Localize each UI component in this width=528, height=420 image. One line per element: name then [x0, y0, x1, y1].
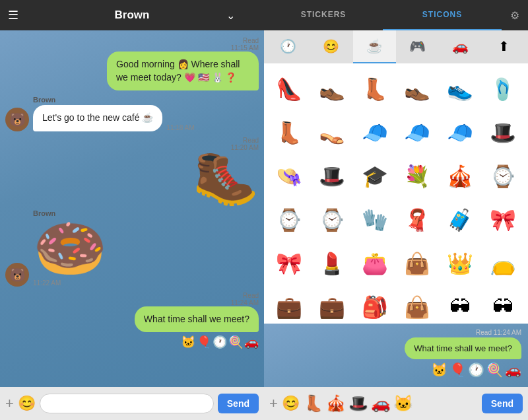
list-item[interactable]: 👛: [354, 243, 395, 284]
sticker-panel: STICKERS STICONS ⚙ 🕐 😊 ☕ 🎮 🚗 ⬆ 👠 👞 👢 👞 👟…: [264, 0, 528, 420]
chat-panel: ☰ Brown ⌄ Read 11:15 AM Good morning 👩 W…: [0, 0, 264, 420]
message-bubble: Good morning 👩 Where shall we meet today…: [107, 52, 259, 90]
settings-icon[interactable]: ⚙: [502, 0, 528, 30]
preview-read-time: Read 11:24 AM: [405, 329, 521, 336]
list-item[interactable]: 🧣: [397, 199, 438, 240]
add-icon-right[interactable]: +: [269, 395, 278, 412]
emoji-icon[interactable]: 😊: [18, 395, 36, 412]
list-item[interactable]: 🕶: [440, 287, 480, 324]
table-row: Read 11:20 AM 🥾: [5, 137, 259, 204]
list-item[interactable]: 👜: [397, 243, 438, 284]
list-item[interactable]: 🎩: [312, 156, 352, 197]
list-item[interactable]: 🎒: [354, 287, 395, 324]
send-button-right[interactable]: Send: [482, 394, 523, 413]
list-item[interactable]: 👜: [397, 287, 438, 324]
msg-right: Read 11:24 AM What time shall we meet? 🐱…: [135, 292, 259, 350]
menu-icon[interactable]: ☰: [8, 8, 18, 22]
list-item[interactable]: 🧳: [440, 199, 480, 240]
sender-name: Brown: [33, 96, 55, 104]
time-label: 11:15 AM: [231, 44, 259, 52]
quick-sticker-car[interactable]: 🚗: [371, 394, 391, 413]
list-item[interactable]: 🎓: [354, 156, 395, 197]
list-item[interactable]: 👟: [440, 69, 480, 110]
preview-sticker-cat: 🐱: [431, 362, 447, 378]
preview-bubble: What time shall we meet?: [405, 337, 521, 359]
sticker-candy: 🍭: [228, 335, 243, 349]
bubble-row: Let's go to the new café ☕ 11:18 AM: [33, 105, 195, 131]
preview-sticker-car: 🚗: [505, 362, 521, 378]
list-item[interactable]: 👝: [482, 243, 523, 284]
sticker-right: Read 11:20 AM 🥾: [193, 137, 259, 204]
time-label: 11:18 AM: [166, 124, 194, 131]
add-icon[interactable]: +: [5, 395, 14, 412]
sticker-cat: 🐱: [181, 335, 195, 349]
preview-col: Read 11:24 AM What time shall we meet? 🐱…: [405, 329, 521, 378]
list-item[interactable]: 💐: [397, 156, 438, 197]
time-label: 11:22 AM: [33, 279, 61, 287]
list-item[interactable]: 🎪: [440, 156, 480, 197]
list-item[interactable]: 👢: [269, 112, 310, 153]
message-bubble: What time shall we meet?: [135, 306, 259, 333]
emoji-icon-right[interactable]: 😊: [282, 395, 300, 412]
avatar: 🐻: [5, 108, 29, 131]
avatar: 🐻: [5, 263, 29, 287]
list-item[interactable]: 👞: [312, 69, 352, 110]
message-text: What time shall we meet?: [144, 314, 249, 324]
list-item[interactable]: 🎀: [269, 243, 310, 284]
cat-arrows[interactable]: ⬆: [482, 30, 525, 63]
tab-sticons[interactable]: STICONS: [383, 0, 502, 30]
preview-text: What time shall we meet?: [414, 343, 512, 353]
list-item[interactable]: 🧢: [397, 112, 438, 153]
cat-recent[interactable]: 🕐: [267, 30, 310, 63]
msg-col-left: Brown 🍩 11:22 AM: [33, 209, 107, 287]
list-item[interactable]: 👑: [440, 243, 480, 284]
chat-messages: Read 11:15 AM Good morning 👩 Where shall…: [0, 30, 264, 387]
chat-title: Brown: [115, 9, 150, 22]
sticker-categories: 🕐 😊 ☕ 🎮 🚗 ⬆: [264, 30, 528, 63]
list-item[interactable]: 👡: [312, 112, 352, 153]
list-item[interactable]: 👠: [269, 69, 310, 110]
table-row: Read 11:15 AM Good morning 👩 Where shall…: [5, 37, 259, 90]
list-item[interactable]: 🧢: [440, 112, 480, 153]
list-item[interactable]: 🕶: [482, 287, 523, 324]
list-item[interactable]: ⌚: [312, 199, 352, 240]
preview-message: Read 11:24 AM What time shall we meet? 🐱…: [271, 329, 521, 378]
sticker-car: 🚗: [244, 335, 259, 349]
chat-input-bar: + 😊 Send: [0, 387, 264, 420]
list-item[interactable]: 🎀: [482, 199, 523, 240]
send-button[interactable]: Send: [218, 394, 259, 413]
list-item[interactable]: 🩴: [482, 69, 523, 110]
quick-sticker-hat[interactable]: 🎩: [348, 394, 368, 413]
list-item[interactable]: 👞: [397, 69, 438, 110]
list-item[interactable]: 🧤: [354, 199, 395, 240]
cat-travel[interactable]: 🚗: [439, 30, 482, 63]
cat-objects[interactable]: ☕: [353, 30, 396, 63]
sticker-row: 🐱 🎈 🕐 🍭 🚗: [181, 335, 259, 349]
message-bubble: Let's go to the new café ☕: [33, 105, 162, 131]
list-item[interactable]: 💼: [269, 287, 310, 324]
list-item[interactable]: ⌚: [482, 156, 523, 197]
preview-time: 11:24 AM: [494, 329, 521, 336]
quick-sticker-party[interactable]: 🎪: [326, 394, 346, 413]
list-item[interactable]: 👢: [354, 69, 395, 110]
read-time: Read 11:15 AM: [231, 37, 259, 52]
sticker-emoji: 🥾: [193, 151, 259, 204]
read-label: Read: [231, 137, 259, 144]
list-item[interactable]: 🎩: [482, 112, 523, 153]
list-item[interactable]: ⌚: [269, 199, 310, 240]
table-row: 🐻 Brown 🍩 11:22 AM: [5, 209, 259, 287]
quick-sticker-row: 👢 🎪 🎩 🚗 🐱: [304, 394, 478, 413]
list-item[interactable]: 👒: [269, 156, 310, 197]
tab-stickers[interactable]: STICKERS: [264, 0, 383, 30]
cat-face[interactable]: 😊: [310, 30, 352, 63]
quick-sticker-cat[interactable]: 🐱: [393, 394, 413, 413]
sticker-panel-bottom: Read 11:24 AM What time shall we meet? 🐱…: [264, 324, 528, 387]
list-item[interactable]: 🧢: [354, 112, 395, 153]
sticker-grid: 👠 👞 👢 👞 👟 🩴 👢 👡 🧢 🧢 🧢 🎩 👒 🎩 🎓 💐 🎪 ⌚ ⌚ ⌚ …: [264, 63, 528, 324]
list-item[interactable]: 💄: [312, 243, 352, 284]
cat-game[interactable]: 🎮: [396, 30, 439, 63]
list-item[interactable]: 💼: [312, 287, 352, 324]
chevron-down-icon[interactable]: ⌄: [226, 9, 235, 22]
quick-sticker-boot[interactable]: 👢: [304, 394, 323, 413]
message-input[interactable]: [40, 394, 214, 413]
